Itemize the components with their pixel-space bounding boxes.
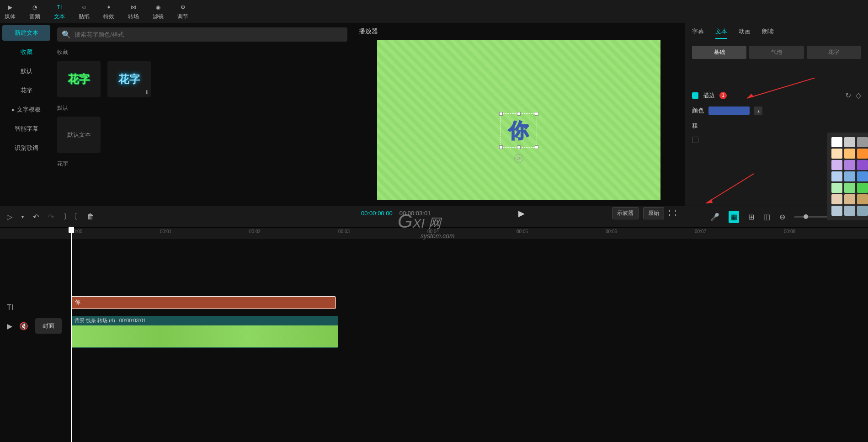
toolbar-media[interactable]: ▶媒体 xyxy=(5,3,16,21)
sidebar-smart-sub[interactable]: 智能字幕 xyxy=(2,121,50,137)
zoom-thumb[interactable] xyxy=(804,214,808,219)
undo-button[interactable]: ↶ xyxy=(33,213,39,221)
handle-bm[interactable] xyxy=(517,145,521,149)
color-cell[interactable] xyxy=(857,137,868,147)
stroke-checkbox[interactable] xyxy=(692,92,698,99)
color-cell[interactable] xyxy=(844,137,855,147)
sidebar-default[interactable]: 默认 xyxy=(2,64,50,79)
video-track[interactable]: 背景 线条 转场 (4) 00:00:03:01 xyxy=(71,316,868,350)
auto-caption-icon[interactable]: ▦ xyxy=(729,211,739,223)
tab-subtitle[interactable]: 字幕 xyxy=(692,27,704,39)
color-dropdown-arrow[interactable]: ▴ xyxy=(754,107,762,115)
video-clip[interactable]: 背景 线条 转场 (4) 00:00:03:01 xyxy=(71,316,338,348)
color-cell[interactable] xyxy=(857,149,868,159)
section-default: 默认 xyxy=(57,104,347,112)
toolbar-audio[interactable]: ◔音频 xyxy=(29,3,40,21)
toolbar-transition[interactable]: ⋈转场 xyxy=(128,3,139,21)
toolbar-text[interactable]: TI文本 xyxy=(54,3,65,21)
new-text-button[interactable]: 新建文本 xyxy=(2,25,50,41)
toolbar-sticker[interactable]: ☺贴纸 xyxy=(79,3,90,21)
mic-icon[interactable]: 🎤 xyxy=(710,213,719,221)
sticker-icon: ☺ xyxy=(80,3,89,12)
text-preset-green[interactable]: 花字 xyxy=(57,61,101,97)
mute-icon[interactable]: 🔇 xyxy=(19,322,28,330)
handle-bl[interactable] xyxy=(499,145,503,149)
playhead[interactable] xyxy=(71,228,72,442)
color-cell[interactable] xyxy=(844,206,855,216)
text-bounding-box[interactable]: 你 ⟳ xyxy=(501,113,537,148)
sidebar-templates[interactable]: ▸ 文字模板 xyxy=(2,102,50,117)
color-cell[interactable] xyxy=(857,171,868,181)
play-button[interactable]: ▶ xyxy=(518,208,525,218)
extra-checkbox[interactable] xyxy=(692,137,698,143)
delete-tool[interactable]: 🗑 xyxy=(87,213,94,221)
handle-tm[interactable] xyxy=(517,112,521,116)
color-cell[interactable] xyxy=(831,160,842,170)
color-swatch[interactable] xyxy=(708,107,750,115)
tab-animation[interactable]: 动画 xyxy=(739,27,751,39)
search-bar[interactable]: 🔍 xyxy=(57,27,347,42)
tab-read[interactable]: 朗读 xyxy=(762,27,774,39)
fullscreen-icon[interactable]: ⛶ xyxy=(669,209,676,218)
color-cell[interactable] xyxy=(831,171,842,181)
svg-marker-1 xyxy=(747,94,754,98)
color-cell[interactable] xyxy=(857,194,868,204)
color-cell[interactable] xyxy=(844,149,855,159)
select-dropdown[interactable]: ▾ xyxy=(21,214,24,219)
color-row: 颜色 ▴ xyxy=(692,107,861,115)
reset-icon[interactable]: ↻ xyxy=(845,91,851,100)
text-track[interactable]: 你 xyxy=(71,296,868,314)
color-cell[interactable] xyxy=(857,160,868,170)
text-clip[interactable]: 你 xyxy=(71,296,336,309)
color-picker xyxy=(827,133,868,220)
color-cell[interactable] xyxy=(831,137,842,147)
annotation-marker-1: 1 xyxy=(719,92,727,99)
timeline-ruler[interactable]: 00:0000:0100:0200:0300:0400:0500:0600:07… xyxy=(0,228,868,239)
inspector-panel: 字幕 文本 动画 朗读 基础 气泡 花字 描边 1 ↻ ◇ 颜色 ▴ xyxy=(685,23,868,206)
magnet-icon[interactable]: ◫ xyxy=(763,213,770,221)
zoom-slider[interactable] xyxy=(794,216,831,218)
original-button[interactable]: 原始 xyxy=(643,207,664,219)
color-cell[interactable] xyxy=(857,206,868,216)
scope-button[interactable]: 示波器 xyxy=(612,207,639,219)
grid-icon[interactable]: ⊞ xyxy=(748,213,754,221)
text-preset-blue[interactable]: 花字⬇ xyxy=(107,61,151,97)
redo-button[interactable]: ↷ xyxy=(48,213,54,221)
handle-br[interactable] xyxy=(535,145,538,149)
text-preset-default[interactable]: 默认文本 xyxy=(57,117,101,153)
color-cell[interactable] xyxy=(857,183,868,193)
toolbar-filter[interactable]: ◉滤镜 xyxy=(153,3,164,21)
split-tool[interactable]: 〕〔 xyxy=(63,212,78,222)
color-cell[interactable] xyxy=(831,206,842,216)
toolbar-adjust[interactable]: ⚙调节 xyxy=(177,3,188,21)
color-cell[interactable] xyxy=(831,149,842,159)
subtab-bubble[interactable]: 气泡 xyxy=(749,46,804,59)
cover-button[interactable]: 封面 xyxy=(35,318,62,334)
inspector-subtabs: 基础 气泡 花字 xyxy=(692,46,861,59)
color-cell[interactable] xyxy=(844,171,855,181)
player-controls: 00:00:00:00 00:00:03:01 ▶ 示波器 原始 ⛶ xyxy=(359,202,678,224)
color-cell[interactable] xyxy=(844,183,855,193)
handle-tr[interactable] xyxy=(535,112,538,116)
rotate-handle[interactable]: ⟳ xyxy=(514,154,523,163)
timeline-tracks: TI ▶ 🔇 封面 你 背景 线条 转场 (4) 00:00:03:01 xyxy=(0,239,868,442)
color-cell[interactable] xyxy=(844,160,855,170)
search-input[interactable] xyxy=(75,31,343,38)
tab-text[interactable]: 文本 xyxy=(715,27,727,39)
subtab-fancy[interactable]: 花字 xyxy=(807,46,861,59)
keyframe-icon[interactable]: ◇ xyxy=(856,91,861,100)
color-cell[interactable] xyxy=(844,194,855,204)
handle-tl[interactable] xyxy=(499,112,503,116)
subtab-basic[interactable]: 基础 xyxy=(692,46,746,59)
player-canvas[interactable]: 你 ⟳ xyxy=(377,40,660,200)
color-cell[interactable] xyxy=(831,194,842,204)
color-cell[interactable] xyxy=(831,183,842,193)
sidebar-fancy[interactable]: 花字 xyxy=(2,83,50,98)
sidebar-favorites[interactable]: 收藏 xyxy=(2,44,50,60)
sidebar-lyrics[interactable]: 识别歌词 xyxy=(2,140,50,156)
zoom-out-icon[interactable]: ⊖ xyxy=(779,213,785,221)
select-tool[interactable]: ▷ xyxy=(7,213,12,221)
player-panel: 播放器 你 ⟳ 00:00:00:00 00:00:03:01 ▶ 示波器 原始… xyxy=(352,23,685,206)
video-track-icon[interactable]: ▶ xyxy=(7,322,12,330)
toolbar-effect[interactable]: ✦特效 xyxy=(103,3,114,21)
